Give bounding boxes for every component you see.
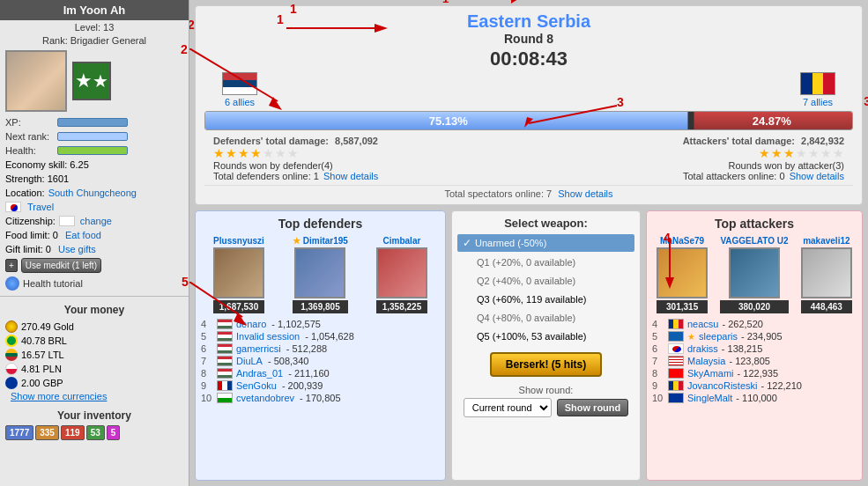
weapon-option-q4[interactable]: Q4 (+80%, 0 available) (457, 310, 634, 326)
next-rank-label: Next rank: (5, 131, 54, 142)
def-num-4: 4 (201, 319, 213, 329)
def-top1-name[interactable]: Plussnyuszi (213, 236, 264, 246)
defenders-panel: Top defenders Plussnyuszi 1,687,530 ★ Di… (195, 210, 446, 481)
gbp-icon (5, 377, 18, 389)
def-top2-name[interactable]: ★ Dimitar195 (293, 236, 348, 246)
defenders-progress: 75.13% (205, 112, 691, 129)
gift-limit-row: Gift limit: 0 Use gifts (0, 242, 189, 256)
korea-flag (5, 202, 21, 212)
weapon-option-q5[interactable]: Q5 (+100%, 53 available) (457, 328, 634, 344)
def-num-10: 10 (201, 393, 213, 403)
health-tutorial-row[interactable]: Health tutorial (0, 275, 189, 292)
defenders-damage-group: Defenders' total damage: 8,587,092 ★ ★ ★… (213, 136, 378, 181)
atk-top1-name[interactable]: MaNaSe79 (660, 236, 704, 246)
pln-row: 4.81 PLN (5, 362, 183, 376)
money-section: Your money 270.49 Gold 40.78 BRL 16.57 L… (0, 300, 189, 406)
def-top2-avatar (294, 247, 345, 298)
attackers-damage-group: Attackers' total damage: 2,842,932 ★ ★ ★… (683, 136, 844, 181)
inv-bar-2: 335 (35, 425, 59, 440)
serbia-flag (222, 72, 257, 95)
change-link[interactable]: change (80, 216, 112, 226)
def-name-7[interactable]: DiuLA (236, 356, 263, 366)
atk-name-7[interactable]: Malaysia (687, 356, 725, 366)
travel-link[interactable]: Travel (27, 202, 54, 212)
def-name-9[interactable]: SenGoku (236, 380, 277, 391)
location-link[interactable]: South Chungcheong (48, 188, 137, 198)
def-name-6[interactable]: gamerricsi (236, 343, 281, 354)
def-score-7: - 508,340 (268, 356, 308, 366)
atk-top1-avatar (657, 247, 708, 298)
def-star-4: ★ (250, 146, 262, 160)
attackers-panel: Top attackers MaNaSe79 301,315 VAGGELATO… (646, 210, 863, 481)
atk-name-8[interactable]: SkyAmami (687, 368, 734, 379)
defender-row-4: 4 denaro - 1,102,575 (201, 319, 440, 329)
defenders-list: 4 denaro - 1,102,575 5 Invalid session -… (201, 319, 440, 403)
username-header: Im Yoon Ah (0, 0, 189, 20)
use-medkit-button[interactable]: Use medkit (1 left) (21, 258, 101, 273)
def-top3-name[interactable]: Cimbalar (383, 236, 421, 246)
strength-row: Strength: 1601 (0, 172, 189, 186)
atk-name-5[interactable]: sleeparis (699, 331, 738, 342)
weapon-option-q1[interactable]: Q1 (+20%, 0 available) (457, 254, 634, 270)
def-num-5: 5 (201, 331, 213, 342)
sidebar: Im Yoon Ah Level: 13 Rank: Brigadier Gen… (0, 0, 189, 486)
ltl-icon (5, 349, 18, 361)
bottom-panels: Top defenders Plussnyuszi 1,687,530 ★ Di… (195, 210, 863, 481)
def-star-2: ★ (226, 146, 237, 160)
num1-label: 1 (442, 0, 449, 5)
attacker-rounds-won: Rounds won by attacker(3) (683, 160, 844, 171)
weapon-q4-label: Q4 (+80%, 0 available) (477, 313, 575, 323)
money-title: Your money (5, 304, 183, 316)
use-gifts-link[interactable]: Use gifts (58, 244, 96, 254)
arrow-label-3: 3 (864, 94, 868, 108)
def-star-3: ★ (238, 146, 249, 160)
defender-row-5: 5 Invalid session - 1,054,628 (201, 331, 440, 342)
atk-top3-name[interactable]: makaveli12 (803, 236, 849, 246)
show-more-currencies-link[interactable]: Show more currencies (5, 389, 112, 403)
defender-row-6: 6 gamerricsi - 512,288 (201, 343, 440, 354)
show-details-link-1[interactable]: Show details (323, 171, 378, 181)
def-name-5[interactable]: Invalid session (236, 331, 300, 342)
show-round-button[interactable]: Show round (557, 399, 629, 416)
weapon-q3-label: Q3 (+60%, 119 available) (477, 294, 586, 305)
spectators-row: Total spectators online: 7 Show details (204, 185, 853, 199)
def-num-9: 9 (201, 380, 213, 391)
attacker-allies-count: 7 allies (803, 97, 833, 107)
round-select[interactable]: Current round (464, 398, 552, 417)
def-flag-9 (217, 380, 233, 391)
show-details-link-3[interactable]: Show details (558, 188, 612, 199)
berserk-button[interactable]: Berserk! (5 hits) (490, 352, 602, 377)
atk-top2-name[interactable]: VAGGELATO U2 (720, 236, 788, 246)
health-globe-icon (5, 276, 19, 291)
weapon-option-q3[interactable]: Q3 (+60%, 119 available) (457, 291, 634, 307)
atk-flag-5 (668, 331, 684, 342)
brl-row: 40.78 BRL (5, 334, 183, 348)
weapon-option-q2[interactable]: Q2 (+40%, 0 available) (457, 273, 634, 289)
atk-name-6[interactable]: drakiss (687, 343, 718, 354)
def-top3-score: 1,358,225 (376, 300, 427, 313)
economy-row: Economy skill: 6.25 (0, 158, 189, 172)
show-details-link-2[interactable]: Show details (790, 171, 844, 181)
def-name-4[interactable]: denaro (236, 319, 266, 329)
atk-name-4[interactable]: neacsu (687, 319, 718, 329)
defender-row-7: 7 DiuLA - 508,340 (201, 356, 440, 366)
atk-star-5: ★ (808, 146, 820, 160)
def-name-10[interactable]: cvetandobrev (236, 393, 294, 403)
weapon-option-unarmed[interactable]: ✓ Unarmed (-50%) (457, 234, 634, 252)
def-online-text: Total defenders online: 1 (213, 171, 319, 181)
atk-num-9: 9 (652, 380, 664, 391)
def-name-8[interactable]: Andras_01 (236, 368, 283, 379)
atk-name-9[interactable]: JovancoRisteski (687, 380, 757, 391)
atk-score-5: - 234,905 (741, 331, 782, 342)
def-flag-8 (217, 368, 233, 379)
top-defender-3: Cimbalar 1,358,225 (376, 236, 427, 313)
def-score-8: - 211,160 (288, 368, 329, 379)
next-rank-bar (57, 132, 128, 141)
top-attacker-3: makaveli12 448,463 (801, 236, 852, 313)
romania-flag (800, 72, 835, 95)
defenders-panel-inner: Top defenders Plussnyuszi 1,687,530 ★ Di… (201, 217, 440, 403)
attacker-row-5: 5 ★ sleeparis - 234,905 (652, 331, 857, 342)
atk-name-10[interactable]: SingleMalt (687, 393, 732, 403)
eat-food-link[interactable]: Eat food (65, 230, 101, 240)
economy-label: Economy skill: 6.25 (5, 159, 89, 170)
